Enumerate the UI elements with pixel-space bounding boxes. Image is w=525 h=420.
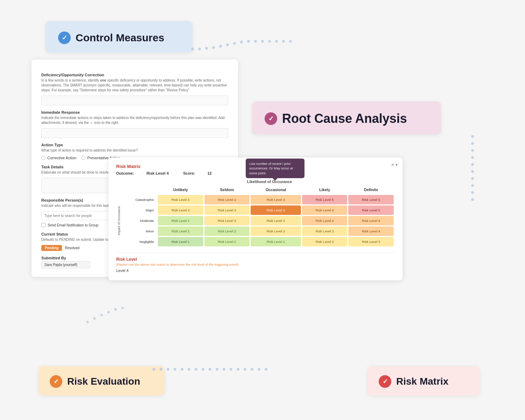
action-type-label: Action Type	[41, 143, 228, 147]
cell-minor-seldom: Risk Level 2	[204, 226, 250, 236]
svg-point-12	[275, 40, 278, 43]
close-button[interactable]: ✕ ▾	[391, 162, 398, 167]
svg-point-34	[216, 368, 218, 371]
impact-label: Impact of Occurance	[117, 206, 121, 235]
svg-point-27	[167, 368, 169, 371]
deficiency-desc: In a few words or a sentence, identify o…	[41, 78, 228, 93]
cell-moderate-definite: Risk Level 4	[348, 216, 394, 225]
risk-level-value: Level 4	[116, 268, 395, 273]
table-row: Moderate Risk Level 2 Risk Level 3 Risk …	[117, 216, 394, 225]
svg-point-20	[471, 170, 474, 173]
immediate-field[interactable]	[41, 128, 228, 138]
preventative-action-radio[interactable]	[81, 156, 85, 160]
cell-moderate-unlikely: Risk Level 2	[158, 216, 203, 225]
svg-point-39	[251, 368, 253, 371]
svg-point-47	[121, 307, 124, 309]
svg-point-0	[191, 48, 194, 50]
svg-point-13	[282, 40, 285, 43]
svg-point-3	[212, 46, 215, 49]
risk-matrix-badge-title: ✓ Risk Matrix	[379, 375, 468, 388]
svg-point-42	[86, 321, 89, 323]
svg-point-32	[202, 368, 204, 371]
svg-point-25	[153, 368, 155, 371]
pending-badge[interactable]: Pending	[41, 245, 62, 251]
svg-point-30	[188, 368, 190, 371]
table-row: Minor Risk Level 2 Risk Level 2 Risk Lev…	[117, 226, 394, 236]
cell-minor-definite: Risk Level 4	[348, 226, 394, 236]
svg-point-38	[244, 368, 246, 371]
svg-point-10	[261, 40, 264, 43]
svg-point-31	[195, 368, 197, 371]
svg-point-35	[223, 368, 225, 371]
resolved-badge[interactable]: Resolved	[65, 246, 79, 250]
cell-catastrophic-seldom: Risk Level 4	[204, 195, 250, 204]
risk-evaluation-card: ✓ Risk Evaluation	[38, 366, 164, 396]
cell-catastrophic-unlikely: Risk Level 3	[158, 195, 203, 204]
deficiency-label: Deficiency/Opportunity Correction	[41, 73, 228, 77]
risk-level-section: Risk Level (Please use the above risk ma…	[116, 252, 395, 273]
deficiency-field[interactable]	[41, 96, 228, 105]
cell-major-likely: Risk Level 4	[302, 205, 348, 215]
row-minor: Minor	[129, 226, 157, 236]
svg-point-5	[226, 43, 229, 46]
cell-negligible-unlikely: Risk Level 1	[158, 237, 203, 246]
svg-point-15	[471, 135, 474, 138]
risk-level-title: Risk Level	[116, 257, 395, 262]
svg-point-17	[471, 149, 474, 152]
col-seldom: Seldom	[204, 186, 250, 194]
svg-point-24	[471, 198, 474, 201]
email-notification-checkbox[interactable]	[41, 223, 46, 227]
svg-point-6	[233, 42, 236, 45]
col-likely: Likely	[302, 186, 348, 194]
cell-major-seldom: Risk Level 3	[204, 205, 250, 215]
svg-point-21	[471, 177, 474, 180]
action-type-desc: What type of action is required to addre…	[41, 148, 228, 153]
corrective-action-option[interactable]: Corrective Action	[41, 156, 76, 160]
risk-level-hint: (Please use the above risk matrix to det…	[116, 262, 395, 266]
root-cause-card: ✓ Root Cause Analysis	[252, 102, 441, 134]
svg-point-7	[240, 41, 243, 43]
svg-point-1	[198, 48, 201, 50]
row-catastrophic: Catastrophic	[129, 195, 157, 204]
submitted-by-value: Sara Pajda (yourself)	[41, 261, 90, 268]
row-negligible: Negligible	[129, 237, 157, 246]
cell-major-unlikely: Risk Level 3	[158, 205, 203, 215]
root-cause-check-icon: ✓	[265, 112, 277, 125]
cell-negligible-seldom: Risk Level 2	[204, 237, 250, 246]
cell-minor-likely: Risk Level 3	[302, 226, 348, 236]
svg-point-41	[265, 368, 267, 371]
corrective-action-radio[interactable]	[41, 156, 46, 160]
svg-point-22	[471, 184, 474, 187]
svg-point-11	[268, 40, 271, 43]
svg-point-23	[471, 191, 474, 194]
cell-major-definite: Risk Level 5	[348, 205, 394, 215]
control-measures-title: ✓ Control Measures	[58, 31, 180, 44]
svg-point-4	[219, 45, 222, 48]
row-major: Major	[129, 205, 157, 215]
control-measures-card: ✓ Control Measures	[46, 21, 192, 52]
risk-matrix-badge-card: ✓ Risk Matrix	[368, 366, 479, 396]
cell-major-occasional-active: Risk Level 4	[251, 205, 301, 215]
svg-point-18	[471, 156, 474, 159]
svg-point-8	[247, 40, 250, 43]
likelihood-header: Likelihood of Occurance	[144, 180, 395, 184]
table-row: Impact of Occurance Catastrophic Risk Le…	[117, 195, 394, 204]
svg-point-46	[114, 308, 117, 311]
svg-point-37	[237, 368, 239, 371]
cell-moderate-likely: Risk Level 4	[302, 216, 348, 225]
col-occasional: Occasional	[251, 186, 301, 194]
svg-point-16	[471, 142, 474, 145]
control-measures-check-icon: ✓	[58, 31, 71, 44]
svg-point-29	[181, 368, 183, 371]
svg-point-2	[205, 47, 208, 50]
table-row: Major Risk Level 3 Risk Level 3 Risk Lev…	[117, 205, 394, 215]
svg-point-28	[174, 368, 176, 371]
cell-catastrophic-definite: Risk Level 5	[348, 195, 394, 204]
immediate-desc: Indicate the immediate actions or steps …	[41, 115, 228, 125]
cell-moderate-seldom: Risk Level 3	[204, 216, 250, 225]
risk-matrix-panel: ✕ ▾ Risk Matrix Outcome: Risk Level 4 Sc…	[108, 158, 402, 280]
immediate-label: Immediate Response	[41, 110, 228, 114]
cell-catastrophic-occasional: Risk Level 4	[251, 195, 301, 204]
svg-point-19	[471, 163, 474, 166]
cell-negligible-definite: Risk Level 3	[348, 237, 394, 246]
